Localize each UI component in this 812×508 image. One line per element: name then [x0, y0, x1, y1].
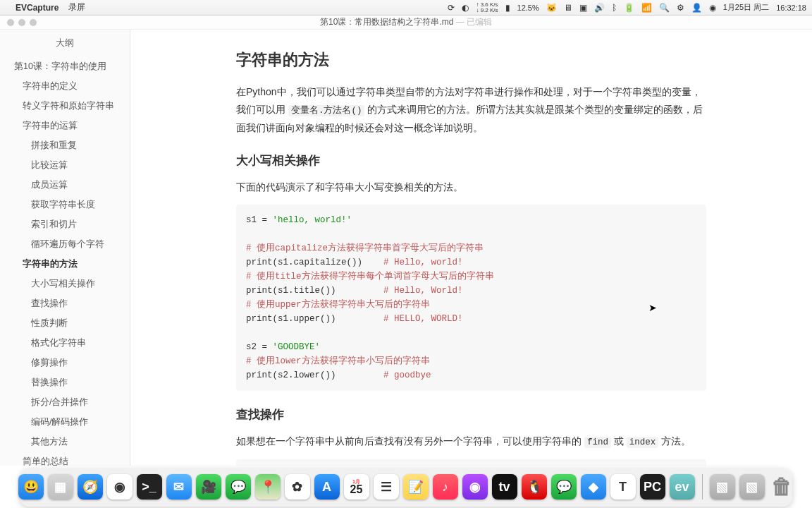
dock-trash-icon[interactable]: 🗑 [769, 474, 794, 500]
outline-item[interactable]: 获取字符串长度 [0, 195, 130, 214]
siri-icon[interactable]: ◉ [709, 3, 716, 13]
tray-icon[interactable]: 🐱 [546, 3, 557, 13]
outline-item[interactable]: 比较运算 [0, 155, 130, 175]
menubar-item-record[interactable]: 录屏 [68, 1, 85, 13]
heading-search: 查找操作 [236, 406, 706, 423]
heading-methods: 字符串的方法 [236, 49, 706, 71]
outline-item[interactable]: 拆分/合并操作 [0, 392, 130, 412]
dock-calendar-icon[interactable]: 1月25 [344, 474, 369, 500]
heading-case: 大小写相关操作 [236, 152, 706, 169]
dock-downloads-icon[interactable]: ▧ [710, 474, 735, 500]
dock-pycharm-icon[interactable]: PC [640, 474, 665, 500]
close-icon[interactable] [7, 19, 14, 26]
document-state: — 已编辑 [456, 17, 492, 27]
dock-finder-icon[interactable]: 😃 [18, 474, 44, 500]
user-icon[interactable]: 👤 [691, 3, 702, 13]
tray-icon[interactable]: 🖥 [564, 3, 572, 13]
battery-icon[interactable]: 🔋 [624, 3, 634, 13]
outline-item[interactable]: 查找操作 [0, 294, 130, 313]
outline-item[interactable]: 循环遍历每个字符 [0, 234, 130, 254]
outline-item[interactable]: 性质判断 [0, 313, 130, 333]
net-down: 9.2 K/s [481, 7, 498, 13]
cpu-pct: 12.5% [517, 4, 539, 12]
outline-item[interactable]: 第10课：字符串的使用 [0, 56, 130, 76]
net-stats: ↑ 3.6 K/s ↓ 9.2 K/s [476, 2, 498, 13]
minimize-icon[interactable] [18, 19, 25, 26]
code-block-search[interactable]: s = 'hello, world!' # find方法从字符串中查找另一个字符… [236, 459, 706, 466]
outline-sidebar: 大纲 第10课：字符串的使用字符串的定义转义字符和原始字符串字符串的运算拼接和重… [0, 30, 130, 466]
dock-maps-icon[interactable]: 📍 [255, 474, 281, 500]
dock-reminders-icon[interactable]: ☰ [374, 474, 399, 500]
dock-chrome-icon[interactable]: ◉ [107, 474, 133, 500]
menubar-date[interactable]: 1月25日 周二 [723, 2, 769, 13]
dock-desktop-icon[interactable]: ▧ [739, 474, 765, 500]
menubar-time[interactable]: 16:32:18 [776, 4, 806, 12]
outline-item[interactable]: 字符串的定义 [0, 76, 130, 96]
inline-code: 变量名.方法名() [288, 105, 365, 116]
bluetooth-icon[interactable]: ᛒ [612, 3, 617, 13]
dock-messages-icon[interactable]: 💬 [226, 474, 251, 500]
sidebar-header: 大纲 [0, 30, 130, 56]
outline-item[interactable]: 简单的总结 [0, 452, 130, 466]
outline-item[interactable]: 拼接和重复 [0, 135, 130, 155]
code-block-case[interactable]: s1 = 'hello, world!' # 使用capitalize方法获得字… [236, 205, 706, 391]
dock-evcapture-icon[interactable]: ev [670, 474, 695, 500]
window-titlebar: 第10课：常用数据结构之字符串.md — 已编辑 [0, 16, 812, 30]
menubar-appname[interactable]: EVCapture [16, 3, 59, 13]
controlcenter-icon[interactable]: ⚙ [677, 3, 684, 13]
document-title: 第10课：常用数据结构之字符串.md [320, 17, 453, 27]
outline-item[interactable]: 替换操作 [0, 373, 130, 392]
tray-icon[interactable]: ◐ [462, 3, 469, 13]
dock-music-icon[interactable]: ♪ [433, 474, 458, 500]
dock-launchpad-icon[interactable]: ▦ [48, 474, 73, 500]
outline-item[interactable]: 成员运算 [0, 175, 130, 195]
tray-icon[interactable]: ▣ [579, 3, 587, 13]
editor-content[interactable]: 字符串的方法 在Python中，我们可以通过字符串类型自带的方法对字符串进行操作… [130, 30, 812, 466]
search-icon[interactable]: 🔍 [659, 3, 670, 13]
outline-item[interactable]: 字符串的运算 [0, 116, 130, 135]
cpu-icon: ▮ [505, 3, 510, 13]
dock-photos-icon[interactable]: ✿ [285, 474, 310, 500]
outline-item[interactable]: 编码/解码操作 [0, 412, 130, 432]
inline-code: find [584, 437, 611, 448]
outline-item[interactable]: 索引和切片 [0, 214, 130, 234]
dock-tv-icon[interactable]: tv [492, 474, 517, 500]
dock-dingtalk-icon[interactable]: ◆ [581, 474, 606, 500]
dock: 😃▦🧭◉>_✉🎥💬📍✿A1月25☰📝♪◉tv🐧💬◆TPCev▧▧🗑 [0, 466, 812, 508]
wifi-icon[interactable]: 📶 [641, 3, 652, 13]
macos-menubar: EVCapture 录屏 ⟳ ◐ ↑ 3.6 K/s ↓ 9.2 K/s ▮ 1… [0, 0, 812, 16]
volume-icon[interactable]: 🔊 [594, 3, 605, 13]
dock-wechat-icon[interactable]: 💬 [551, 474, 577, 500]
outline-item[interactable]: 其他方法 [0, 432, 130, 452]
dock-qq-icon[interactable]: 🐧 [522, 474, 547, 500]
dock-appstore-icon[interactable]: A [314, 474, 340, 500]
dock-mail-icon[interactable]: ✉ [166, 474, 192, 500]
dock-terminal-icon[interactable]: >_ [137, 474, 162, 500]
dock-podcasts-icon[interactable]: ◉ [462, 474, 488, 500]
dock-notes-icon[interactable]: 📝 [403, 474, 429, 500]
traffic-lights[interactable] [7, 19, 37, 26]
dock-safari-icon[interactable]: 🧭 [78, 474, 103, 500]
inline-code: index [627, 437, 659, 448]
paragraph: 在Python中，我们可以通过字符串类型自带的方法对字符串进行操作和处理，对于一… [236, 83, 706, 137]
outline-item[interactable]: 格式化字符串 [0, 333, 130, 353]
outline-item[interactable]: 转义字符和原始字符串 [0, 96, 130, 116]
dock-separator [702, 474, 703, 500]
dock-facetime-icon[interactable]: 🎥 [196, 474, 221, 500]
dock-typora-icon[interactable]: T [610, 474, 636, 500]
outline-item[interactable]: 修剪操作 [0, 353, 130, 373]
zoom-icon[interactable] [30, 19, 37, 26]
outline-item[interactable]: 字符串的方法 [0, 254, 130, 274]
tray-icon[interactable]: ⟳ [448, 3, 455, 13]
outline-item[interactable]: 大小写相关操作 [0, 274, 130, 294]
paragraph: 下面的代码演示了和字符串大小写变换相关的方法。 [236, 179, 706, 196]
paragraph: 如果想在一个字符串中从前向后查找有没有另外一个字符串，可以使用字符串的 find… [236, 433, 706, 451]
